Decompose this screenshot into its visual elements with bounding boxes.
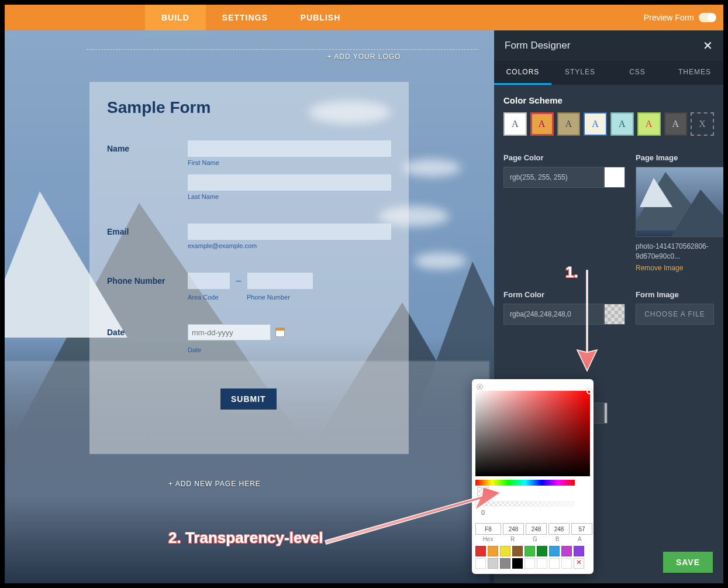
form-card: Sample Form Name First Name Last Name Em… xyxy=(89,82,409,454)
alpha-slider[interactable] xyxy=(475,501,575,507)
preset-color[interactable] xyxy=(549,546,560,556)
alpha-value: 0 xyxy=(477,509,489,516)
a-input[interactable] xyxy=(571,523,592,535)
date-hint: Date xyxy=(188,346,391,353)
preset-color[interactable] xyxy=(500,558,510,569)
preset-color[interactable] xyxy=(537,546,547,556)
designer-tab-css[interactable]: CSS xyxy=(609,61,666,85)
top-nav: BUILD SETTINGS PUBLISH Preview Form xyxy=(5,5,723,30)
area-code-hint: Area Code xyxy=(188,294,233,301)
preset-color[interactable] xyxy=(475,546,486,556)
input-bg-chip[interactable] xyxy=(604,403,608,424)
page-image-thumbnail[interactable] xyxy=(636,167,723,237)
scheme-swatch-5[interactable]: A xyxy=(610,112,634,136)
preset-color[interactable] xyxy=(561,546,572,556)
hex-label: Hex xyxy=(475,536,501,542)
tab-settings[interactable]: SETTINGS xyxy=(206,5,284,30)
last-name-input[interactable] xyxy=(188,174,391,191)
email-label: Email xyxy=(107,223,188,236)
color-scheme-swatches: A A A A A A A X xyxy=(503,112,714,136)
workspace: + ADD YOUR LOGO Sample Form Name First N… xyxy=(5,30,723,583)
phone-dash: – xyxy=(236,276,241,286)
page-image-filename: photo-1414170562806-9d670e90c0... xyxy=(636,242,723,262)
designer-tab-themes[interactable]: THEMES xyxy=(666,61,723,85)
page-color-input[interactable] xyxy=(503,167,604,188)
designer-tab-colors[interactable]: COLORS xyxy=(494,61,551,85)
designer-tab-styles[interactable]: STYLES xyxy=(551,61,609,85)
b-input[interactable] xyxy=(548,523,570,535)
preset-color[interactable] xyxy=(512,558,523,569)
save-button[interactable]: SAVE xyxy=(663,552,713,573)
first-name-hint: First Name xyxy=(188,159,391,166)
g-input[interactable] xyxy=(526,523,547,535)
phone-number-hint: Phone Number xyxy=(247,294,290,301)
panel-title: Form Designer xyxy=(505,40,570,51)
scheme-swatch-custom[interactable]: X xyxy=(691,112,714,136)
preset-color[interactable] xyxy=(561,558,572,569)
name-label: Name xyxy=(107,140,188,153)
preset-color[interactable] xyxy=(525,546,535,556)
saturation-area[interactable] xyxy=(475,391,590,476)
color-scheme-label: Color Scheme xyxy=(503,95,714,105)
preset-color[interactable] xyxy=(488,546,498,556)
phone-label: Phone Number xyxy=(107,273,188,286)
choose-file-button[interactable]: CHOOSE A FILE xyxy=(636,304,714,325)
remove-image-link[interactable]: Remove Image xyxy=(636,264,683,272)
preset-color[interactable] xyxy=(574,546,584,556)
preset-color[interactable] xyxy=(512,546,523,556)
form-designer-panel: Form Designer ✕ COLORS STYLES CSS THEMES… xyxy=(494,30,723,583)
tab-publish[interactable]: PUBLISH xyxy=(284,5,357,30)
form-color-input[interactable] xyxy=(503,304,604,325)
page-color-label: Page Color xyxy=(503,153,625,162)
phone-number-input[interactable] xyxy=(247,273,313,289)
last-name-hint: Last Name xyxy=(188,193,391,200)
date-label: Date xyxy=(107,324,188,337)
picker-close-icon[interactable]: ⓧ xyxy=(477,383,483,391)
scheme-swatch-4[interactable]: A xyxy=(584,112,607,136)
g-label: G xyxy=(525,536,545,542)
submit-button[interactable]: SUBMIT xyxy=(220,388,277,410)
first-name-input[interactable] xyxy=(188,140,391,157)
email-input[interactable] xyxy=(188,223,391,240)
preset-color[interactable] xyxy=(537,558,547,569)
r-input[interactable] xyxy=(503,523,524,535)
preview-form-label: Preview Form xyxy=(644,13,694,22)
date-input[interactable] xyxy=(188,324,271,341)
current-color-preview xyxy=(477,487,489,498)
form-title: Sample Form xyxy=(107,98,391,117)
preset-color[interactable] xyxy=(525,558,535,569)
form-image-label: Form Image xyxy=(636,290,714,299)
preset-color[interactable] xyxy=(549,558,560,569)
page-image-label: Page Image xyxy=(636,153,723,162)
color-picker-popup: ⓧ 0 Hex R xyxy=(472,379,594,574)
scheme-swatch-6[interactable]: A xyxy=(637,112,661,136)
add-logo-button[interactable]: + ADD YOUR LOGO xyxy=(327,53,401,61)
scheme-swatch-1[interactable]: A xyxy=(503,112,527,136)
hue-slider[interactable] xyxy=(475,480,575,486)
tab-build[interactable]: BUILD xyxy=(145,5,206,30)
hex-input[interactable] xyxy=(475,523,501,535)
form-color-label: Form Color xyxy=(503,290,625,299)
scheme-swatch-2[interactable]: A xyxy=(530,112,554,136)
r-label: R xyxy=(502,536,523,542)
area-code-input[interactable] xyxy=(188,273,230,289)
close-icon[interactable]: ✕ xyxy=(703,39,713,53)
page-color-chip[interactable] xyxy=(604,167,625,188)
preset-none[interactable] xyxy=(574,558,584,569)
scheme-swatch-7[interactable]: A xyxy=(664,112,688,136)
preset-colors xyxy=(475,546,590,569)
a-label: A xyxy=(570,536,590,542)
email-hint: example@example.com xyxy=(188,242,391,249)
form-color-chip[interactable] xyxy=(604,304,625,325)
scheme-swatch-3[interactable]: A xyxy=(557,112,581,136)
preset-color[interactable] xyxy=(475,558,486,569)
preset-color[interactable] xyxy=(488,558,498,569)
b-label: B xyxy=(547,536,568,542)
calendar-icon[interactable] xyxy=(275,328,285,337)
preview-toggle[interactable] xyxy=(699,13,716,22)
preset-color[interactable] xyxy=(500,546,510,556)
add-new-page-button[interactable]: + ADD NEW PAGE HERE xyxy=(168,480,261,488)
